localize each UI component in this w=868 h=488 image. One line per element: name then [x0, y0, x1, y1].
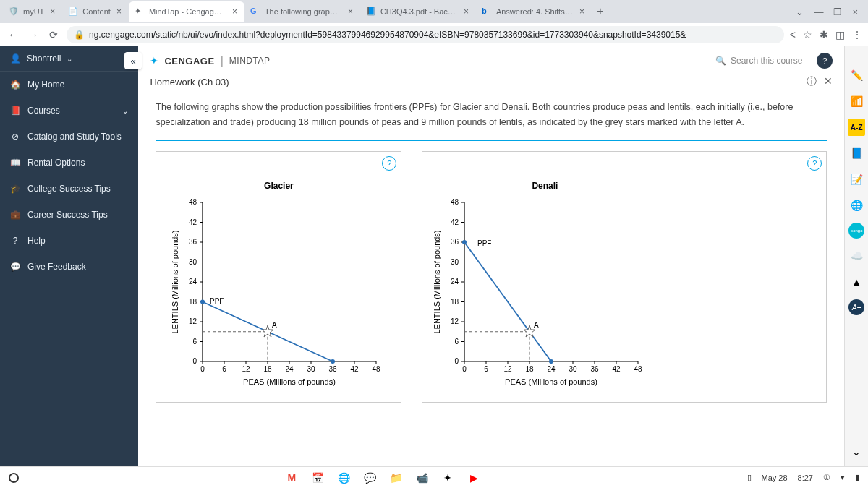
- close-icon[interactable]: ×: [578, 7, 586, 17]
- svg-point-82: [549, 359, 553, 364]
- compass-icon: ⊘: [10, 132, 20, 142]
- new-tab-button[interactable]: +: [592, 5, 609, 18]
- search-placeholder: Search this course: [731, 56, 802, 66]
- tab-label: Answered: 4. Shifts in p: [496, 7, 574, 16]
- launcher-icon[interactable]: [9, 473, 19, 483]
- calendar-icon[interactable]: 📅: [310, 471, 325, 485]
- cloud-icon[interactable]: ☁️: [848, 247, 865, 265]
- star-icon[interactable]: ☆: [803, 29, 812, 40]
- chrome-icon[interactable]: 🌐: [336, 471, 351, 485]
- highlighter-icon[interactable]: ✏️: [848, 67, 865, 84]
- aplus-icon[interactable]: A+: [848, 299, 864, 315]
- close-icon[interactable]: ×: [115, 7, 123, 17]
- tab-myut[interactable]: 🛡️ myUT ×: [3, 1, 62, 22]
- sidebar-item-career-tips[interactable]: 💼Career Success Tips: [0, 202, 138, 228]
- svg-text:24: 24: [548, 365, 556, 373]
- svg-text:12: 12: [242, 365, 251, 373]
- back-button[interactable]: ←: [6, 27, 20, 42]
- close-icon[interactable]: ×: [231, 7, 239, 17]
- svg-text:36: 36: [591, 365, 600, 373]
- close-icon[interactable]: ✕: [824, 75, 833, 88]
- svg-text:12: 12: [504, 365, 513, 373]
- chart-glacier-svg[interactable]: 0 6 12 18 24 30 36 42 48: [166, 195, 391, 398]
- sidebar-item-label: Help: [27, 236, 46, 246]
- shield-icon: 🛡️: [9, 7, 19, 17]
- search-course[interactable]: 🔍 Search this course: [715, 56, 802, 66]
- rss-icon[interactable]: 📶: [848, 93, 865, 110]
- sidebar-item-courses[interactable]: 📕Courses⌄: [0, 98, 138, 124]
- messages-icon[interactable]: 💬: [362, 471, 377, 485]
- svg-text:6: 6: [485, 365, 489, 373]
- drive-icon[interactable]: ▲: [848, 273, 865, 291]
- forward-button[interactable]: →: [26, 27, 41, 42]
- glossary-button[interactable]: A-Z: [848, 119, 865, 136]
- close-icon[interactable]: ×: [346, 7, 354, 17]
- wifi-icon[interactable]: ▾: [841, 473, 845, 482]
- extension-icon[interactable]: ✱: [820, 29, 828, 40]
- restore-icon[interactable]: ❐: [833, 7, 842, 17]
- close-window-icon[interactable]: ×: [852, 7, 858, 17]
- taskbar-time: 8:27: [798, 474, 813, 482]
- tab-pdf[interactable]: 📘 CH3Q4.3.pdf - Back to ×: [360, 1, 476, 22]
- menu-icon[interactable]: ⋮: [852, 29, 862, 40]
- book-icon: 📕: [10, 106, 20, 116]
- svg-text:24: 24: [189, 278, 197, 286]
- reload-button[interactable]: ⟳: [46, 27, 61, 42]
- close-icon[interactable]: ×: [48, 7, 56, 17]
- svg-text:30: 30: [569, 365, 578, 373]
- sidebar-item-college-tips[interactable]: 🎓College Success Tips: [0, 176, 138, 202]
- cengage-logo-icon: ✦: [150, 55, 158, 67]
- tab-content[interactable]: 📄 Content ×: [62, 1, 129, 22]
- chevron-down-icon[interactable]: ⌄: [796, 7, 804, 17]
- camera-icon[interactable]: 📹: [414, 471, 429, 485]
- content-area: ✦ CENGAGE | MINDTAP 🔍 Search this course…: [138, 46, 844, 466]
- gmail-icon[interactable]: M: [284, 471, 299, 485]
- notifications-icon[interactable]: ①: [823, 473, 830, 482]
- doc-icon: 📄: [68, 7, 78, 17]
- svg-text:12: 12: [189, 317, 197, 325]
- chart-title: Denali: [263, 181, 826, 191]
- svg-text:48: 48: [189, 198, 197, 206]
- book-icon[interactable]: 📘: [848, 145, 865, 162]
- bongo-icon[interactable]: bongo: [848, 223, 864, 239]
- battery-icon[interactable]: ▮: [855, 473, 859, 482]
- close-icon[interactable]: ×: [462, 7, 470, 17]
- user-icon: 👤: [10, 53, 21, 64]
- help-button[interactable]: ?: [817, 53, 833, 69]
- tab-bartleby[interactable]: b Answered: 4. Shifts in p ×: [476, 1, 592, 22]
- help-icon: ?: [10, 236, 20, 246]
- user-menu[interactable]: 👤 Shontrell ⌄: [0, 46, 138, 72]
- files-icon[interactable]: 📁: [388, 471, 403, 485]
- svg-point-38: [200, 299, 205, 304]
- sidebar-item-catalog[interactable]: ⊘Catalog and Study Tools: [0, 124, 138, 150]
- expand-icon[interactable]: ⌄: [848, 443, 865, 461]
- tablet-mode-icon[interactable]: ▯: [747, 473, 752, 482]
- sidebar-item-rental[interactable]: 📖Rental Options: [0, 150, 138, 176]
- youtube-icon[interactable]: ▶: [467, 471, 481, 485]
- svg-text:18: 18: [264, 365, 273, 373]
- tab-label: myUT: [23, 7, 44, 16]
- sidebar-item-help[interactable]: ?Help: [0, 228, 138, 254]
- tab-google[interactable]: G The following graphs s ×: [244, 1, 360, 22]
- sidebar-item-label: My Home: [27, 80, 64, 90]
- reader-icon[interactable]: ◫: [835, 29, 845, 40]
- address-bar[interactable]: 🔒 ng.cengage.com/static/nb/ui/evo/index.…: [67, 26, 784, 43]
- homework-title-row: Homework (Ch 03) ⓘ ✕: [138, 75, 844, 94]
- info-icon[interactable]: ⓘ: [807, 75, 817, 88]
- svg-text:48: 48: [373, 365, 381, 373]
- tab-label: CH3Q4.3.pdf - Back to: [380, 7, 458, 16]
- translate-icon[interactable]: 🌐: [848, 197, 865, 214]
- chart-help-button[interactable]: ?: [382, 156, 396, 171]
- svg-text:36: 36: [451, 238, 459, 246]
- minimize-icon[interactable]: —: [814, 7, 823, 17]
- chart-denali-svg[interactable]: 0 6 12 18 24 30 36 42 48 0: [428, 195, 652, 398]
- tab-mindtap[interactable]: ✦ MindTap - Cengage Lea ×: [129, 1, 244, 22]
- share-icon[interactable]: <: [790, 29, 796, 40]
- sidebar-item-home[interactable]: 🏠My Home: [0, 72, 138, 98]
- photos-icon[interactable]: ✦: [441, 471, 455, 485]
- sidebar-item-feedback[interactable]: 💬Give Feedback: [0, 254, 138, 280]
- chart-help-button[interactable]: ?: [807, 156, 822, 171]
- svg-text:18: 18: [189, 297, 197, 305]
- notes-icon[interactable]: 📝: [848, 171, 865, 188]
- homework-prompt: The following graphs show the production…: [156, 100, 827, 131]
